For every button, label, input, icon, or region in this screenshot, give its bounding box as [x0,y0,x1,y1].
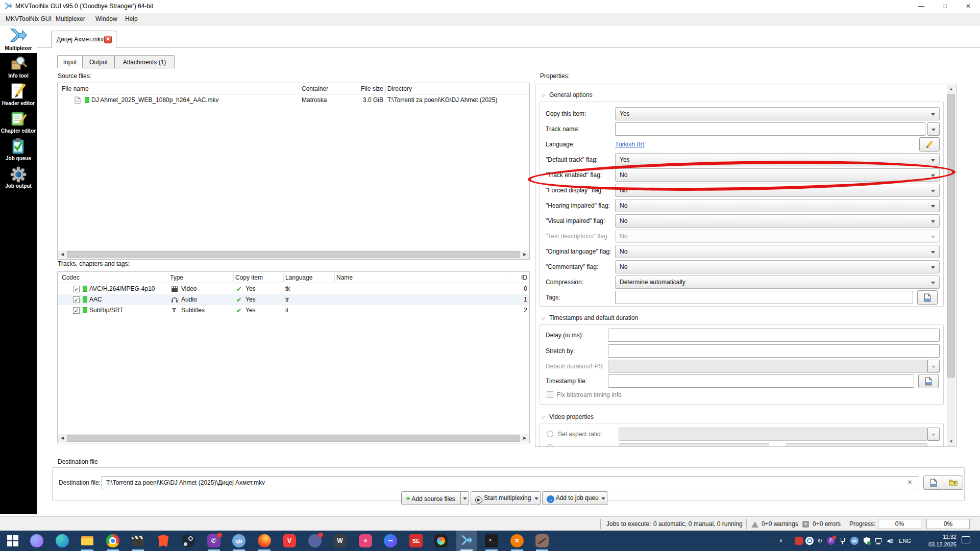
track-name-dropdown-button[interactable] [927,122,940,136]
menu-help[interactable]: Help [120,13,142,26]
messenger-icon[interactable]: ∽ [384,534,397,547]
add-to-job-queue-dropdown[interactable] [599,491,607,505]
tab-input[interactable]: Input [57,55,83,68]
file-explorer-icon[interactable] [81,534,94,547]
tags-browse-button[interactable] [917,290,938,305]
scrollbar-thumb[interactable] [947,94,955,378]
tray-blue-app-icon[interactable] [805,537,814,545]
tray-qbittorrent-icon[interactable]: qb [850,537,859,545]
col-language[interactable]: Language [285,272,312,283]
track-row-video[interactable]: ✓ AVC/H.264/MPEG-4p10 Video ✔ Yes tk 0 [58,284,529,294]
scroll-left-icon[interactable]: ◀ [58,251,66,259]
add-source-files-button[interactable]: + Add source files [401,491,461,505]
timestamp-file-browse-button[interactable] [918,374,939,388]
hidden-icons-chevron[interactable]: ∧ [777,537,785,545]
steam-icon[interactable] [182,534,195,547]
copy-checkbox[interactable]: ✓ [73,286,80,292]
col-container[interactable]: Container [302,83,328,94]
track-row-audio[interactable]: ✓ AAC Audio ✔ Yes tr 1 [58,294,529,305]
add-source-files-dropdown[interactable] [461,491,469,505]
edit-language-button[interactable] [919,137,940,152]
tray-viber-icon[interactable]: ✆ [827,537,835,545]
viber-icon[interactable]: ✆ [207,534,220,547]
destination-file-input[interactable]: T:\Torrenti za poeni\KG\DJ Ahmet (2025)\… [102,476,918,489]
maximize-button[interactable]: □ [933,0,957,13]
tray-volume-icon[interactable]: ◀))) [886,537,894,545]
destination-folder-button[interactable] [943,475,963,490]
x-app-icon[interactable]: ✕ [510,534,524,547]
sidebar-item-job-queue[interactable]: Job queue [0,136,37,163]
se-app-icon[interactable]: SE [409,534,423,547]
tray-app-red-icon[interactable] [795,537,803,545]
scroll-right-icon[interactable]: ▶ [521,251,529,259]
tray-sync-icon[interactable]: ↻ [816,537,824,545]
default-track-flag-select[interactable]: Yes [615,153,940,166]
tray-network-icon[interactable] [874,537,883,545]
clapperboard-icon[interactable] [131,534,144,547]
scroll-up-icon[interactable]: ▲ [947,85,955,93]
timestamp-file-input[interactable] [608,374,914,388]
guitar-app-icon[interactable] [535,534,549,547]
source-file-row[interactable]: DJ Ahmet_2025_WEB_1080p_h264_AAC.mkv Mat… [58,95,529,106]
discord-icon[interactable] [308,534,322,547]
col-directory[interactable]: Directory [387,83,412,94]
track-row-subtitles[interactable]: ✓ SubRip/SRT T Subtitles ✔ Yes it 2 [58,305,529,316]
timestamps-header[interactable]: ▽Timestamps and default duration [542,314,638,321]
edge-icon[interactable] [56,534,69,547]
col-codec[interactable]: Codec [62,272,80,283]
forced-display-flag-select[interactable]: No [615,184,940,197]
col-name[interactable]: Name [336,272,353,283]
scroll-left-icon[interactable]: ◀ [58,434,66,442]
minimize-button[interactable]: — [910,0,933,13]
vivaldi-icon[interactable]: V [283,534,296,547]
source-files-hscrollbar[interactable]: ◀ ▶ [58,251,529,259]
compression-select[interactable]: Determine automatically [615,276,940,289]
sidebar-item-info-tool[interactable]: Info tool [0,53,37,81]
add-to-job-queue-button[interactable]: → Add to job queue [542,491,607,505]
commentary-flag-select[interactable]: No [615,260,940,273]
scroll-right-icon[interactable]: ▶ [521,434,529,442]
sidebar-item-multiplexer[interactable]: Multiplexer [0,26,37,53]
copy-checkbox[interactable]: ✓ [73,296,80,303]
video-properties-header[interactable]: ▽Video properties [542,413,594,420]
col-copy-item[interactable]: Copy item [235,272,263,283]
browse-destination-button[interactable] [923,475,944,490]
col-type[interactable]: Type [170,272,183,283]
sidebar-item-header-editor[interactable]: Header editor [0,81,37,108]
menu-multiplexer[interactable]: Multiplexer [51,13,90,26]
start-button[interactable] [0,531,24,551]
copilot-icon[interactable] [30,534,43,547]
scrollbar-thumb[interactable] [67,251,520,258]
clock[interactable]: 11:32 03.12.2025 [918,533,957,549]
menu-mkvtoolnix-gui[interactable]: MKVToolNix GUI [1,13,56,26]
tab-close-icon[interactable]: ✕ [104,36,112,43]
mkvtoolnix-taskbar-icon[interactable] [460,534,473,547]
original-language-flag-select[interactable]: No [615,245,940,258]
language-indicator[interactable]: ENG [897,537,913,545]
davinci-resolve-icon[interactable] [434,534,448,547]
tracks-hscrollbar[interactable]: ◀ ▶ [58,434,529,442]
menu-window[interactable]: Window [91,13,122,26]
general-options-header[interactable]: ▽General options [542,91,593,98]
brave-icon[interactable] [157,534,170,547]
track-name-input[interactable] [615,122,925,136]
start-multiplexing-dropdown[interactable] [532,491,541,505]
stretch-by-input[interactable] [608,344,940,358]
tab-output[interactable]: Output [83,55,114,68]
close-button[interactable]: ✕ [957,0,980,13]
properties-vscrollbar[interactable]: ▲ ▼ [947,85,955,446]
tray-security-shield-icon[interactable] [863,537,871,545]
tab-attachments[interactable]: Attachments (1) [114,55,175,68]
language-link[interactable]: Turkish (tr) [615,141,645,148]
col-file-name[interactable]: File name [62,83,89,94]
sidebar-item-job-output[interactable]: Job output [0,163,37,191]
media-app-icon[interactable]: ✶ [359,534,372,547]
tags-input[interactable] [615,291,913,304]
chrome-icon[interactable] [106,534,119,547]
start-multiplexing-button[interactable]: ▶ Start multiplexing [471,491,536,505]
windscribe-icon[interactable]: W [333,534,347,547]
firefox-icon[interactable] [258,534,271,547]
terminal-icon[interactable]: >_ [485,534,498,547]
visual-impaired-flag-select[interactable]: No [615,214,940,228]
notifications-icon[interactable] [962,536,970,543]
